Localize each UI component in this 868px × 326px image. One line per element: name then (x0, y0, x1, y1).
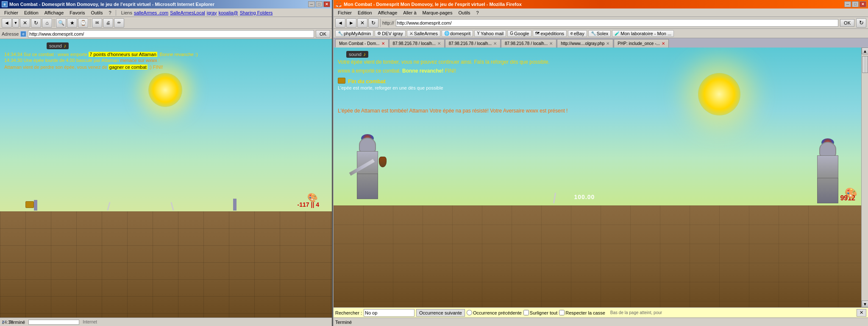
search-highlight-label: Surligner tout (530, 310, 557, 315)
tab-local-3[interactable]: 87.98.216.78 / localh... ✕ (501, 39, 556, 48)
search-close-btn-ff[interactable]: ✕ (857, 309, 866, 317)
bm-devigray[interactable]: ⚙DEV igray (375, 30, 406, 37)
window-controls-ie: ─ □ ✕ (308, 1, 330, 7)
title-bar-left-ff: 🦊 Mon Combat - Domesprit Mon Domovoy, le… (335, 1, 522, 8)
menu-edition-ff[interactable]: Edition (355, 9, 375, 16)
bm-icon-monlabo: 🧪 (615, 31, 620, 36)
link-igray-ie[interactable]: igray (207, 10, 217, 15)
confetti-ff: 🎨 (845, 187, 857, 199)
mail-btn-ie[interactable]: ✉ (92, 18, 102, 28)
search-btn-ie[interactable]: 🔍 (56, 18, 66, 28)
favorites-btn-ie[interactable]: ★ (67, 18, 77, 28)
forward-btn-ff[interactable]: ► (346, 18, 356, 28)
info-line-1-ff: Votre épée vient de tomber, vous ne pouv… (338, 58, 864, 66)
menu-help-ie[interactable]: ? (106, 9, 114, 16)
history-btn-ie[interactable]: ⌚ (78, 18, 88, 28)
close-btn-ie[interactable]: ✕ (323, 1, 330, 7)
addr-go-btn-ff[interactable]: OK (840, 19, 854, 27)
menu-edition-ie[interactable]: Edition (22, 9, 41, 16)
menu-aller-ff[interactable]: Aller à (401, 9, 419, 16)
back-btn-ff[interactable]: ◄ (335, 18, 345, 28)
tab-olgray[interactable]: http://www....olgray.php ✕ (557, 39, 613, 48)
tab-local-2[interactable]: 87.98.216.78 / localh... ✕ (445, 39, 501, 48)
menu-marquepages-ff[interactable]: Marque-pages (420, 9, 455, 16)
scroll-up-ff[interactable]: ▲ (862, 48, 868, 54)
addr-go-btn-ie[interactable]: OK (316, 30, 330, 38)
stop-btn-ff[interactable]: ✕ (357, 18, 367, 28)
bm-phpmyadmin[interactable]: 🔧phpMyAdmin (335, 30, 373, 37)
menu-affichage-ff[interactable]: Affichage (376, 9, 400, 16)
search-highlight-check[interactable] (523, 310, 529, 315)
bm-google[interactable]: GGoogle (507, 30, 531, 37)
browser-ie: e Mon Combat - Domesprit Mon Domovoy, le… (0, 0, 333, 326)
tab-phpinclude[interactable]: PHP: include_once -... ✕ (614, 39, 669, 48)
tab-close-local-3[interactable]: ✕ (549, 41, 553, 46)
refresh-btn-ie[interactable]: ↻ (31, 18, 41, 28)
browser-firefox: 🦊 Mon Combat - Domesprit Mon Domovoy, le… (334, 0, 868, 326)
close-btn-ff[interactable]: ✕ (860, 1, 866, 7)
search-input-ff[interactable] (364, 309, 415, 317)
addr-input-ie[interactable] (28, 30, 314, 38)
bm-monlabo[interactable]: 🧪Mon laboratoire - Mon ... (612, 30, 674, 37)
sound-badge-ff: sound ♪ (346, 51, 368, 58)
tab-local-1[interactable]: 87.98.216.78 / localh... ✕ (389, 39, 445, 48)
bm-icon-phpmyadmin: 🔧 (338, 31, 343, 36)
knight-left-ff (351, 138, 384, 205)
info-line-2-ff: wxwx à emporté ce combat. Bonne revanche… (338, 67, 864, 75)
menu-favoris-ie[interactable]: Favoris (67, 9, 87, 16)
bm-icon-ebay: e (570, 31, 573, 36)
scroll-thumb-ff[interactable] (862, 56, 868, 73)
link-sallearmeslocal-ie[interactable]: SalleArmesLocal (170, 10, 205, 15)
bm-solex[interactable]: 🔧Solex (588, 30, 611, 37)
minimize-btn-ff[interactable]: ─ (844, 1, 851, 7)
restore-btn-ff[interactable]: □ (852, 1, 859, 7)
search-case-check[interactable] (559, 310, 565, 315)
addr-input-ff[interactable] (396, 19, 839, 27)
tab-close-olgray[interactable]: ✕ (606, 41, 609, 46)
toolbar-ff: ◄ ► ✕ ↻ http:// OK ↻ (334, 17, 868, 29)
bm-domesprit[interactable]: 🌐domesprit (442, 30, 473, 37)
link-sallearmes-ie[interactable]: salleArmes .com (134, 10, 168, 15)
sound-note-ff: ♪ (363, 51, 366, 57)
bm-salleparmes[interactable]: ⚔SalleArmes (407, 30, 440, 37)
bm-yahoo[interactable]: YYahoo mail (474, 30, 506, 37)
restore-btn-ie[interactable]: □ (316, 1, 323, 7)
search-prev-label: Occurrence précédente (473, 310, 522, 315)
minimize-btn-ie[interactable]: ─ (308, 1, 315, 7)
tab-olgray-label: http://www....olgray.php (561, 41, 604, 46)
search-next-btn-ff[interactable]: Occurrence suivante (416, 309, 465, 317)
menu-affichage-ie[interactable]: Affichage (42, 9, 67, 16)
bm-icon-yahoo: Y (477, 31, 480, 36)
link-kooalia-ie[interactable]: kooalia@ (219, 10, 238, 15)
stop-btn-ie[interactable]: ✕ (20, 18, 30, 28)
menu-fichier-ff[interactable]: Fichier (335, 9, 354, 16)
menu-outils-ie[interactable]: Outils (88, 9, 105, 16)
reload-btn-ff[interactable]: ↻ (856, 18, 866, 28)
home-btn-ie[interactable]: ⌂ (42, 18, 52, 28)
back-btn-ie[interactable]: ◄ (2, 18, 12, 28)
edit-btn-ie[interactable]: ✏ (114, 18, 124, 28)
refresh-btn-ff[interactable]: ↻ (368, 18, 378, 28)
print-btn-ie[interactable]: 🖨 (103, 18, 113, 28)
menu-outils-ff[interactable]: Outils (456, 9, 473, 16)
status-bar-ie: ✓ Terminé Internet (0, 318, 332, 326)
bm-expeditions[interactable]: 🗺expéditions (533, 30, 567, 37)
tab-moncombat[interactable]: Mon Combat - Dom... ✕ (335, 39, 389, 48)
forward-btn-ie[interactable]: ▼ (12, 18, 19, 28)
big-message-ff: L'épée de Attaman est tombée! Attaman Vo… (338, 107, 864, 115)
nav-buttons-ie: ◄ ▼ (2, 18, 19, 28)
menu-help-ff[interactable]: ? (474, 9, 481, 16)
title-text-ff: Mon Combat - Domesprit Mon Domovoy, le j… (344, 2, 522, 7)
knight-legs-right (817, 178, 838, 203)
ie-icon: e (2, 1, 8, 7)
link-sharing-ie[interactable]: Sharing Folders (240, 10, 273, 15)
menu-fichier-ie[interactable]: Fichier (2, 9, 21, 16)
tab-close-phpinclude[interactable]: ✕ (662, 41, 665, 46)
tab-close-local-1[interactable]: ✕ (437, 41, 441, 46)
bm-ebay[interactable]: eeBay (568, 30, 587, 37)
tab-close-moncombat[interactable]: ✕ (381, 41, 385, 46)
progress-bar-ie (28, 320, 79, 325)
tab-close-local-2[interactable]: ✕ (493, 41, 497, 46)
scroll-down-ff[interactable]: ▼ (862, 301, 868, 307)
search-prev-radio-input[interactable] (467, 310, 472, 315)
